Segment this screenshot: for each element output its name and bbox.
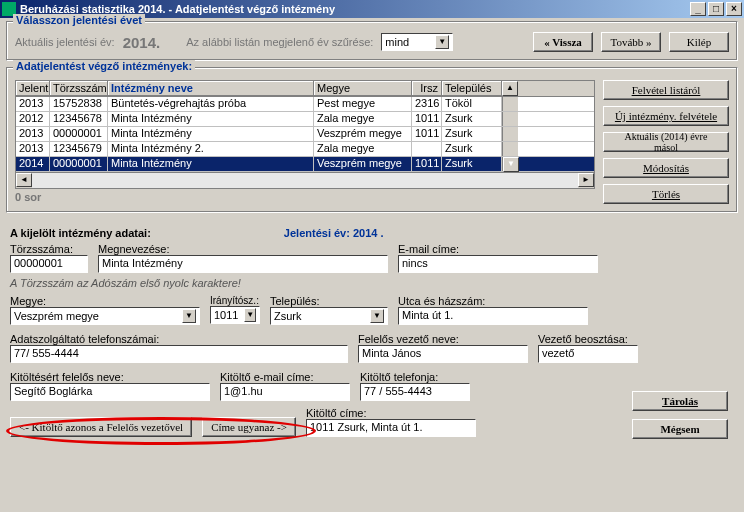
cell: 2013 xyxy=(16,97,50,111)
cell: Zsurk xyxy=(442,112,502,126)
email-label: E-mail címe: xyxy=(398,243,598,255)
cell: 1011 xyxy=(412,157,442,171)
vezbeo-input[interactable]: vezető xyxy=(538,345,638,363)
cell: Zsurk xyxy=(442,127,502,141)
megye-select[interactable]: Veszprém megye ▼ xyxy=(10,307,200,325)
chevron-down-icon: ▼ xyxy=(244,308,256,322)
cell: Minta Intézmény xyxy=(108,157,314,171)
copy-to-year-button[interactable]: Aktuális (2014) évre másol xyxy=(603,132,729,152)
back-button[interactable]: « Vissza xyxy=(533,32,593,52)
email-input[interactable]: nincs xyxy=(398,255,598,273)
delete-button[interactable]: Törlés xyxy=(603,184,729,204)
col-county[interactable]: Megye xyxy=(314,81,412,96)
cell: 12345678 xyxy=(50,112,108,126)
irsz-select[interactable]: 1011 ▼ xyxy=(210,306,260,324)
vezbeo-label: Vezető beosztása: xyxy=(538,333,638,345)
table-row[interactable]: 201312345679Minta Intézmény 2.Zala megye… xyxy=(16,142,594,157)
cell: Minta Intézmény xyxy=(108,127,314,141)
col-name[interactable]: Intézmény neve xyxy=(108,81,314,96)
minimize-button[interactable]: _ xyxy=(690,2,706,16)
institutions-group: Adatjelentést végző intézmények: Jelent … xyxy=(6,67,738,213)
col-year[interactable]: Jelent xyxy=(16,81,50,96)
cell: Tököl xyxy=(442,97,502,111)
copy-address-button[interactable]: Címe ugyanaz -> xyxy=(202,417,296,437)
irsz-label: Irányítósz.: xyxy=(210,295,260,306)
utca-label: Utca és házszám: xyxy=(398,295,588,307)
year-filter-value: mind xyxy=(385,36,409,48)
institutions-table: Jelent Törzsszám Intézmény neve Megye Ir… xyxy=(15,80,595,204)
kitfel-input[interactable]: Segítő Boglárka xyxy=(10,383,210,401)
year-filter-select[interactable]: mind ▼ xyxy=(381,33,453,51)
cell: Zsurk xyxy=(442,157,502,171)
kittel-input[interactable]: 77 / 555-4443 xyxy=(360,383,470,401)
cell: 00000001 xyxy=(50,127,108,141)
cell: Zsurk xyxy=(442,142,502,156)
store-button[interactable]: Tárolás xyxy=(632,391,728,411)
felelos-label: Felelős vezető neve: xyxy=(358,333,528,345)
chevron-down-icon: ▼ xyxy=(435,35,449,49)
telep-select[interactable]: Zsurk ▼ xyxy=(270,307,388,325)
cell: Büntetés-végrehajtás próba xyxy=(108,97,314,111)
table-row[interactable]: 201315752838Büntetés-végrehajtás próbaPe… xyxy=(16,97,594,112)
col-torzs[interactable]: Törzsszám xyxy=(50,81,108,96)
cancel-button[interactable]: Mégsem xyxy=(632,419,728,439)
megnev-input[interactable]: Minta Intézmény xyxy=(98,255,388,273)
torzs-label: Törzsszáma: xyxy=(10,243,88,255)
cell: Zala megye xyxy=(314,112,412,126)
add-from-list-button[interactable]: Felvétel listáról xyxy=(603,80,729,100)
filter-label: Az alábbi listán megjelenő év szűrése: xyxy=(186,36,373,48)
modify-button[interactable]: Módosítás xyxy=(603,158,729,178)
details-header: A kijelölt intézmény adatai: Jelentési é… xyxy=(10,227,734,239)
col-city[interactable]: Település xyxy=(442,81,502,96)
copy-person-button[interactable]: <- Kitöltő azonos a Felelős vezetővel xyxy=(10,417,192,437)
kitemail-label: Kitöltő e-mail címe: xyxy=(220,371,350,383)
cell: Minta Intézmény 2. xyxy=(108,142,314,156)
torzs-note: A Törzsszám az Adószám első nyolc karakt… xyxy=(10,277,734,289)
col-zip[interactable]: Irsz xyxy=(412,81,442,96)
table-row[interactable]: 201300000001Minta IntézményVeszprém megy… xyxy=(16,127,594,142)
scroll-right-button[interactable]: ► xyxy=(578,173,594,187)
current-year-value: 2014. xyxy=(123,34,161,51)
add-new-button[interactable]: Új intézmény. felvétele xyxy=(603,106,729,126)
kitcim-label: Kitöltő címe: xyxy=(306,407,476,419)
table-row[interactable]: 201400000001Minta IntézményVeszprém megy… xyxy=(16,157,594,172)
kitcim-input[interactable]: 1011 Zsurk, Minta út 1. xyxy=(306,419,476,437)
cell: 2013 xyxy=(16,127,50,141)
cell: 2012 xyxy=(16,112,50,126)
cell: Pest megye xyxy=(314,97,412,111)
horizontal-scrollbar[interactable]: ◄ ► xyxy=(15,173,595,189)
cell: 00000001 xyxy=(50,157,108,171)
row-count-label: 0 sor xyxy=(15,191,595,203)
cell: Zala megye xyxy=(314,142,412,156)
cell: 2316 xyxy=(412,97,442,111)
next-button[interactable]: Tovább » xyxy=(601,32,661,52)
cell: Veszprém megye xyxy=(314,157,412,171)
telep-label: Település: xyxy=(270,295,388,307)
scroll-left-button[interactable]: ◄ xyxy=(16,173,32,187)
felelos-input[interactable]: Minta János xyxy=(358,345,528,363)
adatszolg-input[interactable]: 77/ 555-4444 xyxy=(10,345,348,363)
cell: 2013 xyxy=(16,142,50,156)
cell: 15752838 xyxy=(50,97,108,111)
maximize-button[interactable]: □ xyxy=(708,2,724,16)
megye-label: Megye: xyxy=(10,295,200,307)
cell: Veszprém megye xyxy=(314,127,412,141)
cell xyxy=(412,142,442,156)
close-button[interactable]: × xyxy=(726,2,742,16)
group-title: Válasszon jelentési évet xyxy=(13,14,145,26)
cell: 12345679 xyxy=(50,142,108,156)
chevron-down-icon: ▼ xyxy=(182,309,196,323)
kitfel-label: Kitöltésért felelős neve: xyxy=(10,371,210,383)
scroll-down-button[interactable]: ▼ xyxy=(503,157,519,172)
table-row[interactable]: 201212345678Minta IntézményZala megye101… xyxy=(16,112,594,127)
scroll-up-button[interactable]: ▲ xyxy=(502,81,518,96)
kitemail-input[interactable]: 1@1.hu xyxy=(220,383,350,401)
year-selector-group: Válasszon jelentési évet Aktuális jelent… xyxy=(6,21,738,61)
exit-button[interactable]: Kilép xyxy=(669,32,729,52)
megnev-label: Megnevezése: xyxy=(98,243,388,255)
cell: 1011 xyxy=(412,112,442,126)
cell: Minta Intézmény xyxy=(108,112,314,126)
torzs-input[interactable]: 00000001 xyxy=(10,255,88,273)
utca-input[interactable]: Minta út 1. xyxy=(398,307,588,325)
cell: 1011 xyxy=(412,127,442,141)
